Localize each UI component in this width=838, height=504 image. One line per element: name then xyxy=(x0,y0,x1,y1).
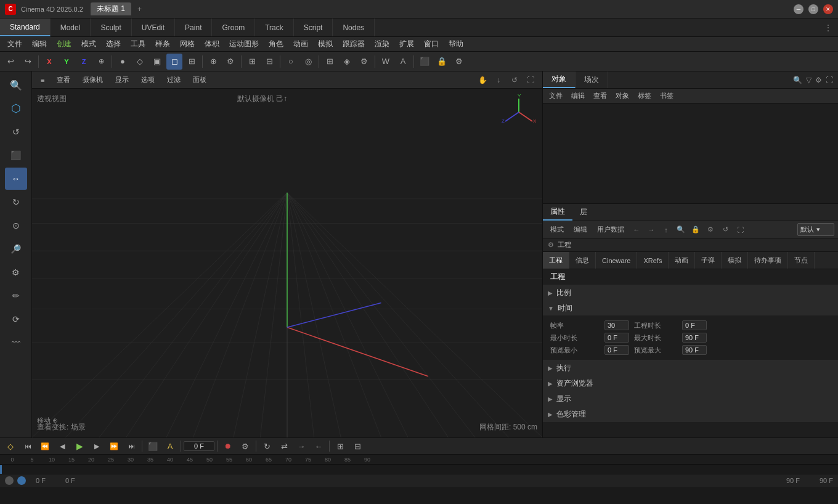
props-edit-btn[interactable]: 编辑 xyxy=(570,224,591,235)
vp-options[interactable]: 选项 xyxy=(137,74,158,86)
obj-settings-icon[interactable]: ⚙ xyxy=(815,76,822,84)
axis-icon[interactable]: A xyxy=(395,54,411,70)
menu-file[interactable]: 文件 xyxy=(2,38,27,51)
current-frame-display[interactable]: 0 F xyxy=(184,441,214,451)
scale-tool[interactable]: ⬛ xyxy=(5,144,27,166)
snap-vertex[interactable]: ◈ xyxy=(339,54,355,70)
move-tool[interactable]: ⬡ xyxy=(5,97,27,120)
axis-lock-button[interactable]: ⊕ xyxy=(93,54,109,70)
section-colormgmt-header[interactable]: ▶ 色彩管理 xyxy=(543,407,838,421)
menu-mode[interactable]: 模式 xyxy=(76,38,101,51)
vp-hamburger[interactable]: ≡ xyxy=(37,75,48,85)
prev-min-value[interactable]: 0 F xyxy=(604,345,629,355)
ptab-xrefs[interactable]: XRefs xyxy=(637,252,669,269)
y-axis-button[interactable]: Y xyxy=(59,54,75,70)
go-to-start-button[interactable]: ⏮ xyxy=(20,438,36,454)
camera-icon[interactable]: ⬛ xyxy=(417,54,433,70)
vp-display[interactable]: 显示 xyxy=(112,74,132,86)
ptab-info[interactable]: 信息 xyxy=(569,252,596,269)
prev-max-value[interactable]: 90 F xyxy=(682,345,707,355)
x-axis-button[interactable]: X xyxy=(41,54,57,70)
viewport-canvas[interactable]: Y X Z 透视视图 默认摄像机 己↑ 移动 ⊕ 查看变换: 场景 网格间距: … xyxy=(32,89,542,437)
tab-properties[interactable]: 属性 xyxy=(543,204,572,221)
proj-dur-value[interactable]: 0 F xyxy=(682,320,707,330)
settings-tool[interactable]: ⚙ xyxy=(5,261,27,283)
timeline-settings-1[interactable]: ⊞ xyxy=(332,438,348,454)
tab-model[interactable]: Model xyxy=(51,18,91,36)
status-dot-2[interactable] xyxy=(17,476,26,485)
vp-panel[interactable]: 面板 xyxy=(189,74,210,86)
viewport[interactable]: ≡ 查看 摄像机 显示 选项 过滤 面板 ✋ ↓ ↺ ⛶ xyxy=(32,71,542,437)
menu-character[interactable]: 角色 xyxy=(264,38,288,51)
record-button[interactable]: ⏺ xyxy=(220,438,236,454)
timeline-settings-2[interactable]: ⊟ xyxy=(349,438,365,454)
move-icon[interactable]: ⊞ xyxy=(244,54,260,70)
scale-icon[interactable]: ⊟ xyxy=(261,54,277,70)
tab-sculpt[interactable]: Sculpt xyxy=(91,18,131,36)
tab-layers[interactable]: 层 xyxy=(572,204,595,221)
z-axis-button[interactable]: Z xyxy=(76,54,92,70)
camera-settings[interactable]: ⚙ xyxy=(451,54,467,70)
reverse-icon[interactable]: ← xyxy=(311,438,327,454)
props-mode-btn[interactable]: 模式 xyxy=(547,224,567,235)
props-back-icon[interactable]: ← xyxy=(630,224,643,236)
uv-mode[interactable]: ⊞ xyxy=(184,54,200,70)
tab-paint[interactable]: Paint xyxy=(175,18,212,36)
rotate-tool[interactable]: ↺ xyxy=(5,121,27,143)
vp-filter[interactable]: 过滤 xyxy=(163,74,184,86)
props-reset-icon[interactable]: ↺ xyxy=(719,224,731,236)
polygons-mode[interactable]: ▣ xyxy=(149,54,165,70)
menu-edit[interactable]: 编辑 xyxy=(27,38,52,51)
menu-spline[interactable]: 样条 xyxy=(150,38,175,51)
world-space[interactable]: W xyxy=(378,54,394,70)
section-time-header[interactable]: ▼ 时间 xyxy=(543,301,838,315)
menu-volume[interactable]: 体积 xyxy=(200,38,224,51)
timeline-track[interactable] xyxy=(0,465,838,474)
vp-pan-icon[interactable]: ✋ xyxy=(476,73,489,87)
object-mode[interactable]: ◻ xyxy=(166,54,182,70)
close-button[interactable]: ✕ xyxy=(823,4,833,14)
forward-icon[interactable]: → xyxy=(293,438,309,454)
max-dur-value[interactable]: 90 F xyxy=(682,333,707,343)
section-execute-header[interactable]: ▶ 执行 xyxy=(543,360,838,375)
render-settings[interactable]: ◎ xyxy=(300,54,316,70)
zoom-tool[interactable]: 🔎 xyxy=(5,238,27,260)
transform-icon[interactable]: ⊕ xyxy=(205,54,221,70)
fps-value[interactable]: 30 xyxy=(604,320,629,330)
sm-file[interactable]: 文件 xyxy=(545,90,566,102)
menu-tracker[interactable]: 跟踪器 xyxy=(338,38,370,51)
sm-object[interactable]: 对象 xyxy=(612,90,633,102)
obj-search-icon[interactable]: 🔍 xyxy=(793,76,802,84)
toolbar-more-button[interactable]: ⋮ xyxy=(818,18,838,36)
next-keyframe-button[interactable]: ⏩ xyxy=(106,438,122,454)
menu-simulate[interactable]: 模拟 xyxy=(313,38,338,51)
ptab-nodes[interactable]: 节点 xyxy=(788,252,815,269)
section-ratio-header[interactable]: ▶ 比例 xyxy=(543,285,838,300)
prev-keyframe-button[interactable]: ⏪ xyxy=(37,438,53,454)
menu-mograph[interactable]: 运动图形 xyxy=(224,38,264,51)
vp-reset-icon[interactable]: ↺ xyxy=(508,73,521,87)
undo-button[interactable]: ↩ xyxy=(2,54,18,70)
tab-standard[interactable]: Standard xyxy=(0,18,51,36)
record-settings[interactable]: ⚙ xyxy=(237,438,253,454)
props-settings-icon[interactable]: ⚙ xyxy=(704,224,717,236)
vp-fullscreen-icon[interactable]: ⛶ xyxy=(524,73,537,87)
sculpt-tool[interactable]: ⟳ xyxy=(5,308,27,330)
tab-nodes[interactable]: Nodes xyxy=(333,18,375,36)
tab-groom[interactable]: Groom xyxy=(212,18,255,36)
menu-render[interactable]: 渲染 xyxy=(370,38,394,51)
render-preview[interactable]: ○ xyxy=(283,54,299,70)
curve-tool[interactable]: 〰 xyxy=(5,331,27,354)
tab-script[interactable]: Script xyxy=(294,18,333,36)
props-expand-icon[interactable]: ⛶ xyxy=(734,224,746,236)
keyframe-diamond-icon[interactable]: ◇ xyxy=(2,438,18,454)
prev-frame-button[interactable]: ◀ xyxy=(54,438,70,454)
move-tool-2[interactable]: ↔ xyxy=(5,168,27,190)
props-search-icon[interactable]: 🔍 xyxy=(675,224,687,236)
select-tool[interactable]: 🔍 xyxy=(5,74,27,96)
new-tab-button[interactable]: + xyxy=(134,5,145,14)
next-frame-button[interactable]: ▶ xyxy=(89,438,105,454)
ptab-todo[interactable]: 待办事项 xyxy=(748,252,788,269)
ptab-simulate[interactable]: 模拟 xyxy=(722,252,748,269)
ptab-animation[interactable]: 动画 xyxy=(669,252,695,269)
